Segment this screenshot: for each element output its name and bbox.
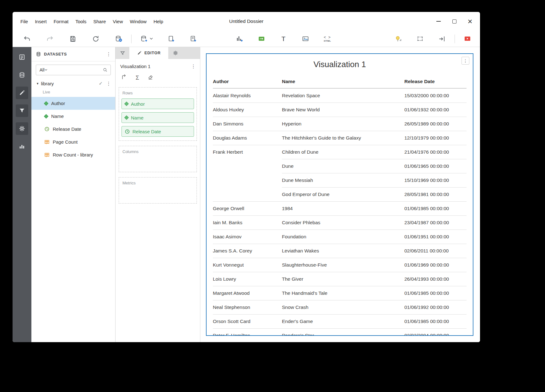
table-row[interactable]: Kurt VonnegutSlaughterhouse-Five01/06/19… — [213, 258, 467, 272]
tab-editor[interactable]: EDITOR — [129, 47, 168, 59]
insert-page-button[interactable] — [165, 33, 177, 45]
dataset-item-release-date[interactable]: Release Date — [31, 123, 115, 135]
columns-drop-zone[interactable]: Columns — [119, 146, 197, 172]
insert-image-button[interactable] — [299, 33, 312, 45]
rows-chip-release-date[interactable]: Release Date — [121, 126, 194, 137]
minimize-button[interactable] — [432, 16, 445, 27]
editor-visualization-menu-button[interactable]: ⋮ — [190, 63, 197, 69]
cell-author: Isaac Asimov — [213, 230, 282, 244]
table-row[interactable]: Frank HerbertChildren of Dune21/04/1976 … — [213, 145, 467, 159]
menu-tools[interactable]: Tools — [72, 19, 90, 24]
dataset-search-bar[interactable]: All — [36, 65, 111, 75]
dataset-status-button[interactable] — [112, 33, 125, 45]
column-header-release-date[interactable]: Release Date — [404, 79, 467, 84]
insert-text-button[interactable]: T — [277, 33, 290, 45]
table-row[interactable]: Neal StephensonSnow Crash01/06/1992 00:0… — [213, 300, 467, 314]
rail-item-visualizations[interactable] — [16, 140, 28, 153]
table-row[interactable]: Margaret AtwoodThe Handmaid's Tale01/06/… — [213, 286, 467, 300]
table-row[interactable]: Dune01/06/1965 00:00:00 — [213, 159, 467, 173]
window-title: Untitled Dossier — [229, 19, 263, 24]
toolbar-separator — [455, 34, 455, 43]
image-icon — [302, 35, 309, 43]
datasets-panel-title: DATASETS — [44, 52, 105, 56]
table-row[interactable]: Peter F. HamiltonPandora's Star02/03/200… — [213, 328, 467, 336]
table-row[interactable]: George Orwell198401/06/1985 00:00:00 — [213, 201, 467, 215]
datasets-menu-button[interactable]: ⋮ — [105, 51, 112, 57]
insert-filter-panel-button[interactable] — [255, 33, 268, 45]
undo-icon — [23, 35, 31, 43]
table-row[interactable]: Alastair ReynoldsRevelation Space15/03/2… — [213, 88, 467, 103]
visualization-title: Visualization 1 — [207, 59, 473, 70]
dataset-item-author[interactable]: Author — [31, 97, 115, 110]
insert-chapter-button[interactable] — [187, 33, 199, 45]
expand-triangle-icon[interactable]: ▾ — [37, 82, 39, 86]
metrics-drop-zone[interactable]: Metrics — [119, 177, 197, 204]
visualization-container[interactable]: ⋮ Visualization 1 AuthorNameRelease Date… — [206, 53, 473, 336]
close-button[interactable]: × — [464, 16, 476, 27]
menu-share[interactable]: Share — [90, 19, 109, 24]
menu-help[interactable]: Help — [150, 19, 167, 24]
table-row[interactable]: Isaac AsimovFoundation01/06/1951 00:00:0… — [213, 230, 467, 244]
rail-item-contents[interactable] — [16, 51, 28, 63]
cell-release-date: 01/06/1985 00:00:00 — [404, 314, 467, 328]
add-data-button[interactable] — [138, 33, 155, 45]
cell-author: James S.A. Corey — [213, 244, 282, 258]
table-row[interactable]: Dune Messiah15/10/1969 00:00:00 — [213, 173, 467, 187]
grid-visualization: AuthorNameRelease Date Alastair Reynolds… — [213, 75, 467, 336]
rail-item-datasets[interactable] — [16, 69, 28, 81]
rail-item-editor[interactable] — [16, 87, 28, 99]
presentation-button[interactable] — [461, 33, 474, 45]
swap-axes-button[interactable] — [121, 74, 127, 82]
menu-bar: FileInsertFormatToolsShareViewWindowHelp — [13, 19, 167, 24]
menu-window[interactable]: Window — [127, 19, 150, 24]
insert-visualization-button[interactable] — [233, 33, 246, 45]
refresh-button[interactable] — [89, 33, 102, 45]
cell-name: The Giver — [282, 272, 404, 286]
free-form-layout-button[interactable] — [414, 33, 426, 45]
date-clock-icon — [125, 129, 130, 134]
menu-insert[interactable]: Insert — [31, 19, 50, 24]
rail-item-format[interactable] — [16, 122, 28, 135]
table-row[interactable]: Dan SimmonsHyperion26/05/1989 00:00:00 — [213, 117, 467, 131]
cell-release-date: 01/06/1951 00:00:00 — [404, 230, 467, 244]
dataset-item-row-count-library[interactable]: Row Count - library — [31, 148, 115, 161]
visualization-menu-button[interactable]: ⋮ — [461, 57, 469, 65]
menu-format[interactable]: Format — [50, 19, 72, 24]
column-header-name[interactable]: Name — [282, 79, 404, 84]
table-row[interactable]: Orson Scott CardEnder's Game01/06/1985 0… — [213, 314, 467, 328]
column-header-author[interactable]: Author — [213, 79, 282, 84]
chevron-down-icon — [150, 38, 153, 40]
undo-button[interactable] — [21, 33, 33, 45]
redo-button[interactable] — [44, 33, 56, 45]
insights-button[interactable] — [392, 33, 404, 45]
maximize-button[interactable] — [448, 16, 461, 27]
dataset-item-name[interactable]: Name — [31, 110, 115, 123]
dataset-item-page-count[interactable]: Page Count — [31, 135, 115, 148]
dossier-canvas[interactable]: ⋮ Visualization 1 AuthorNameRelease Date… — [200, 47, 480, 342]
rows-chip-name[interactable]: Name — [121, 112, 194, 123]
menu-file[interactable]: File — [17, 19, 31, 24]
tab-filter[interactable] — [116, 47, 129, 59]
rows-chip-author[interactable]: Author — [121, 98, 194, 109]
table-row[interactable]: Aldous HuxleyBrave New World01/06/1932 0… — [213, 103, 467, 117]
save-button[interactable] — [67, 33, 79, 45]
insert-html-button[interactable]: < > HTML — [321, 33, 334, 45]
table-row[interactable]: James S.A. CoreyLeviathan Wakes02/06/201… — [213, 244, 467, 258]
clear-button[interactable] — [148, 74, 154, 82]
tab-format[interactable] — [168, 47, 183, 59]
table-row[interactable]: Iain M. BanksConsider Phlebas23/04/1987 … — [213, 215, 467, 230]
table-row[interactable]: Douglas AdamsThe Hitchhiker's Guide to t… — [213, 131, 467, 145]
totals-button[interactable]: Σ — [136, 75, 139, 81]
cell-release-date: 21/04/1976 00:00:00 — [404, 145, 467, 159]
collapse-panels-button[interactable] — [436, 33, 448, 45]
dataset-filter-dropdown[interactable]: All — [40, 67, 45, 72]
rows-drop-zone[interactable]: Rows AuthorNameRelease Date — [119, 87, 197, 141]
rail-item-filter[interactable] — [16, 104, 28, 117]
dataset-tree-root[interactable]: ▾ library ✓ ⋮ — [31, 78, 115, 88]
metric-icon — [45, 152, 49, 157]
left-rail — [13, 47, 31, 342]
table-row[interactable]: God Emperor of Dune28/05/1981 00:00:00 — [213, 187, 467, 201]
menu-view[interactable]: View — [109, 19, 126, 24]
dataset-menu-button[interactable]: ⋮ — [105, 81, 112, 87]
table-row[interactable]: Lois LowryThe Giver26/04/1993 00:00:00 — [213, 272, 467, 286]
